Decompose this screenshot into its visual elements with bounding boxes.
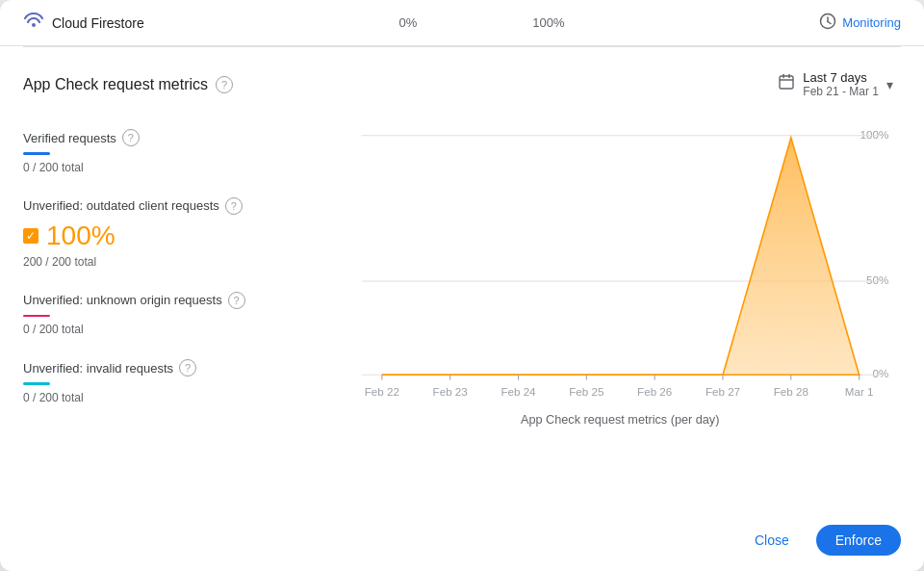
outdated-help-icon[interactable]: ? [225,197,243,215]
progress-0: 0% [398,15,417,30]
calendar-icon [778,73,795,95]
svg-text:Feb 26: Feb 26 [637,385,672,398]
svg-text:App Check request metrics (per: App Check request metrics (per day) [521,413,719,427]
bottom-bar: Close Enforce [0,509,924,571]
svg-point-0 [32,23,36,27]
metric-item-invalid: Unverified: invalid requests ? 0 / 200 t… [23,348,331,416]
metric-name-verified: Verified requests ? [23,129,331,146]
checkmark-icon: ✓ [26,230,36,242]
svg-text:Feb 27: Feb 27 [706,385,740,398]
help-icon[interactable]: ? [216,76,233,93]
chart-svg: 100% 50% 0% [331,117,901,445]
metric-item-unknown: Unverified: unknown origin requests ? 0 … [23,280,331,349]
progress-100: 100% [532,15,564,30]
metrics-header: App Check request metrics ? Last 7 days … [23,66,901,102]
chevron-down-icon: ▾ [886,77,893,92]
invalid-total: 0 / 200 total [23,391,331,404]
date-range-text: Last 7 days Feb 21 - Mar 1 [803,70,879,98]
metrics-body: Verified requests ? 0 / 200 total Unveri… [23,117,901,445]
metric-item-outdated: Unverified: outdated client requests ? ✓… [23,186,331,280]
service-name: Cloud Firestore [52,15,144,31]
svg-text:Feb 28: Feb 28 [774,385,808,398]
monitoring-link[interactable]: Monitoring [819,13,901,34]
metric-name-invalid: Unverified: invalid requests ? [23,359,331,376]
monitoring-label: Monitoring [842,15,901,30]
outdated-total: 200 / 200 total [23,255,331,269]
invalid-line [23,382,50,385]
metric-name-unknown: Unverified: unknown origin requests ? [23,292,331,309]
main-content: App Check request metrics ? Last 7 days … [0,47,924,509]
metric-name-outdated: Unverified: outdated client requests ? [23,197,331,215]
svg-line-3 [828,21,831,23]
progress-section: 0% 100% [144,15,820,30]
verified-total: 0 / 200 total [23,161,331,174]
svg-rect-4 [780,76,793,89]
verified-help-icon[interactable]: ? [122,129,140,146]
verified-line [23,152,50,155]
unknown-help-icon[interactable]: ? [228,292,245,309]
outdated-percent: 100% [46,221,116,251]
metrics-title-text: App Check request metrics [23,76,208,93]
svg-text:Feb 24: Feb 24 [500,385,536,398]
unknown-line [23,315,50,318]
chart-container: 100% 50% 0% [331,117,901,445]
date-range-picker[interactable]: Last 7 days Feb 21 - Mar 1 ▾ [770,66,901,102]
date-range-sub: Feb 21 - Mar 1 [803,85,879,98]
svg-text:Feb 25: Feb 25 [569,385,603,398]
service-section: Cloud Firestore [23,12,144,34]
svg-text:Mar 1: Mar 1 [845,385,874,398]
close-button[interactable]: Close [739,525,805,556]
outdated-big-value: ✓ 100% [23,221,331,251]
main-dialog: Cloud Firestore 0% 100% Monitoring App C… [0,0,924,571]
clock-icon [819,13,836,34]
chart-area-outdated [382,138,860,375]
invalid-help-icon[interactable]: ? [179,359,196,376]
top-bar: Cloud Firestore 0% 100% Monitoring [0,0,924,46]
firestore-icon [23,12,44,34]
enforce-button[interactable]: Enforce [816,525,901,556]
unknown-total: 0 / 200 total [23,323,331,336]
svg-text:0%: 0% [873,367,889,379]
metric-item-verified: Verified requests ? 0 / 200 total [23,117,331,186]
svg-text:Feb 22: Feb 22 [365,385,399,398]
svg-text:50%: 50% [866,273,888,286]
outdated-checkbox: ✓ [23,228,38,244]
svg-text:Feb 23: Feb 23 [433,385,468,398]
svg-text:100%: 100% [860,128,889,141]
metrics-list: Verified requests ? 0 / 200 total Unveri… [23,117,331,445]
metrics-title-group: App Check request metrics ? [23,76,233,93]
date-range-label: Last 7 days [803,70,879,85]
